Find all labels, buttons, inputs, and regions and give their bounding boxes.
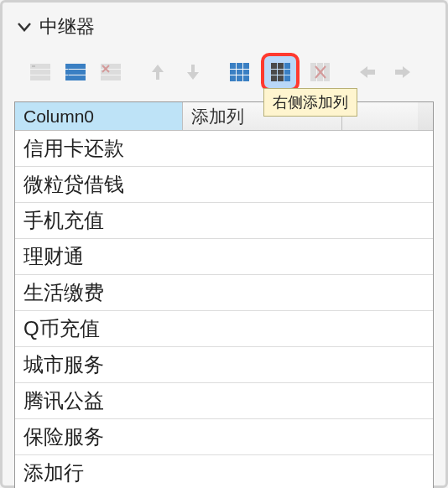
svg-rect-23 xyxy=(310,63,316,81)
svg-rect-1 xyxy=(30,70,50,75)
column-header-0[interactable]: Column0 xyxy=(15,102,183,130)
svg-rect-13 xyxy=(230,63,236,81)
table-row[interactable]: 信用卡还款 xyxy=(15,131,433,167)
svg-rect-19 xyxy=(278,63,284,81)
svg-rect-4 xyxy=(65,64,86,69)
add-row-below-icon[interactable] xyxy=(61,59,90,86)
scroll-gutter xyxy=(418,102,433,130)
svg-rect-18 xyxy=(271,63,277,81)
table-row[interactable]: 腾讯公益 xyxy=(15,383,433,419)
table-row[interactable]: 生活缴费 xyxy=(15,275,433,311)
move-down-icon[interactable] xyxy=(179,59,207,86)
table-row[interactable]: 理财通 xyxy=(15,239,433,275)
svg-rect-2 xyxy=(30,75,50,80)
table-row[interactable]: 微粒贷借钱 xyxy=(15,167,433,203)
data-table: Column0 添加列 信用卡还款微粒贷借钱手机充值理财通生活缴费Q币充值城市服… xyxy=(14,101,434,488)
panel-title: 中继器 xyxy=(39,14,95,39)
add-row-above-icon[interactable] xyxy=(26,59,55,86)
svg-rect-6 xyxy=(65,75,86,80)
svg-rect-10 xyxy=(101,75,121,80)
toolbar: 右侧添加列 xyxy=(3,46,445,101)
panel-header: 中继器 xyxy=(3,3,445,46)
add-column-right-button[interactable] xyxy=(261,53,300,91)
repeater-panel: 中继器 xyxy=(0,0,448,488)
table-row[interactable]: Q币充值 xyxy=(15,311,433,347)
table-row[interactable]: 手机充值 xyxy=(15,203,433,239)
table-row[interactable]: 保险服务 xyxy=(15,419,433,455)
svg-rect-17 xyxy=(230,75,250,75)
table-row[interactable]: 城市服务 xyxy=(15,347,433,383)
svg-rect-15 xyxy=(243,63,249,81)
move-up-icon[interactable] xyxy=(143,59,172,86)
delete-column-icon[interactable] xyxy=(306,59,335,86)
svg-rect-21 xyxy=(271,69,290,70)
move-left-icon[interactable] xyxy=(353,59,382,86)
svg-rect-3 xyxy=(32,65,35,67)
table-body: 信用卡还款微粒贷借钱手机充值理财通生活缴费Q币充值城市服务腾讯公益保险服务添加行 xyxy=(15,131,433,488)
table-header-row: Column0 添加列 xyxy=(15,102,433,131)
svg-rect-25 xyxy=(324,63,330,81)
svg-rect-20 xyxy=(284,63,290,81)
add-column-left-icon[interactable] xyxy=(226,59,254,86)
svg-rect-22 xyxy=(271,75,290,75)
delete-row-icon[interactable] xyxy=(96,59,125,86)
collapse-chevron-icon[interactable] xyxy=(18,22,31,32)
move-right-icon[interactable] xyxy=(388,59,417,86)
tooltip: 右侧添加列 xyxy=(263,88,357,117)
svg-rect-16 xyxy=(230,69,250,70)
table-row[interactable]: 添加行 xyxy=(15,455,433,488)
svg-rect-14 xyxy=(237,63,242,81)
